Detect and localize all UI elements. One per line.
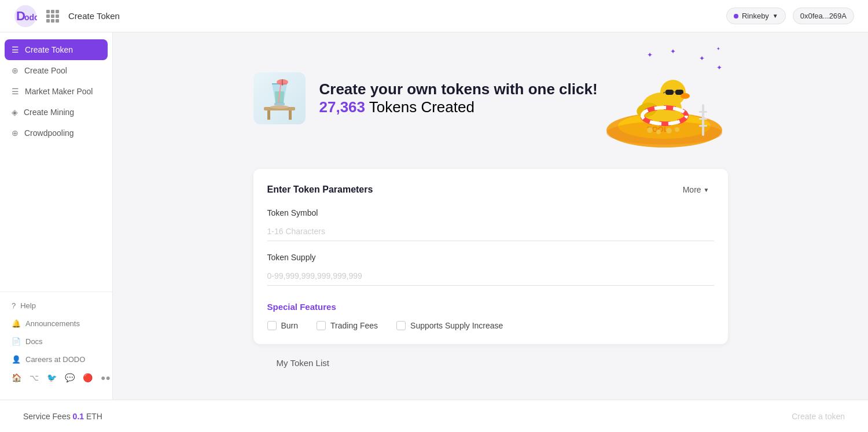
- trading-fees-label: Trading Fees: [330, 321, 378, 330]
- main-inner: Create your own tokens with one click! 2…: [230, 32, 751, 382]
- sidebar-item-create-mining[interactable]: ◈ Create Mining: [0, 102, 112, 123]
- reddit-icon[interactable]: 🔴: [83, 373, 93, 383]
- special-features-title: Special Features: [267, 302, 714, 312]
- burn-label: Burn: [281, 321, 299, 330]
- logo: D odo: [14, 5, 37, 28]
- header: D odo Create Token Rinkeby ▼ 0x0fea...26…: [0, 0, 868, 32]
- svg-rect-13: [274, 103, 285, 105]
- sidebar-item-careers[interactable]: 👤 Careers at DODO: [0, 350, 112, 368]
- create-pool-icon: ⊕: [12, 66, 19, 75]
- token-list-title: My Token List: [277, 358, 329, 368]
- svg-rect-22: [699, 125, 707, 127]
- supply-increase-checkbox-item: Supports Supply Increase: [396, 321, 503, 330]
- header-left: D odo Create Token: [14, 5, 120, 28]
- create-mining-icon: ◈: [12, 108, 18, 117]
- svg-point-35: [666, 128, 672, 134]
- sparkle-5: ✦: [716, 46, 720, 51]
- svg-rect-4: [267, 110, 270, 120]
- pool-illustration: ✦ ✦ ✦ ✦ ✦ POOL: [601, 46, 728, 150]
- svg-point-14: [270, 105, 289, 109]
- discord-icon[interactable]: 💬: [65, 373, 75, 383]
- svg-text:odo: odo: [24, 13, 37, 22]
- pool-svg: POOL: [601, 46, 728, 150]
- header-title: Create Token: [68, 11, 120, 21]
- hero-text: Create your own tokens with one click! 2…: [319, 80, 598, 116]
- hero-section: Create your own tokens with one click! 2…: [253, 46, 728, 150]
- more-button[interactable]: More ▼: [678, 183, 714, 197]
- token-supply-input[interactable]: [267, 267, 714, 286]
- more-button-label: More: [683, 185, 701, 194]
- sidebar-item-market-maker-pool[interactable]: ☰ Market Maker Pool: [0, 81, 112, 102]
- checkbox-row: Burn Trading Fees Supports Supply Increa…: [267, 321, 714, 330]
- github-icon[interactable]: ⌥: [30, 373, 39, 383]
- special-features-section: Special Features Burn Trading Fees Su: [267, 302, 714, 330]
- sidebar-item-announcements[interactable]: 🔔 Announcements: [0, 315, 112, 333]
- twitter-icon[interactable]: 🐦: [47, 373, 57, 383]
- sparkle-3: ✦: [699, 54, 705, 62]
- tokens-created-label: Tokens Created: [369, 98, 475, 116]
- sidebar-item-crowdpooling[interactable]: ⊕ Crowdpooling: [0, 123, 112, 143]
- svg-rect-19: [702, 104, 704, 136]
- docs-icon: 📄: [12, 337, 21, 346]
- sidebar-spacer: [0, 143, 112, 287]
- network-label: Rinkeby: [742, 12, 769, 20]
- token-count-display: 27,363 Tokens Created: [319, 98, 598, 116]
- trading-fees-checkbox[interactable]: [317, 321, 326, 330]
- hero-left: Create your own tokens with one click! 2…: [253, 72, 598, 124]
- person-icon: 👤: [12, 355, 21, 364]
- trading-fees-checkbox-item: Trading Fees: [317, 321, 378, 330]
- bell-icon: 🔔: [12, 319, 21, 328]
- service-fees-label: Service Fees: [23, 412, 71, 421]
- footer-bar: Service Fees 0.1 ETH Create a token: [0, 400, 868, 432]
- social-links: 🏠 ⌥ 🐦 💬 🔴 ●●: [0, 368, 112, 388]
- supply-increase-label: Supports Supply Increase: [410, 321, 503, 330]
- svg-rect-5: [289, 110, 292, 120]
- svg-rect-21: [699, 118, 707, 120]
- network-selector[interactable]: Rinkeby ▼: [726, 8, 786, 24]
- wallet-address[interactable]: 0x0fea...269A: [793, 8, 854, 24]
- supply-increase-checkbox[interactable]: [396, 321, 406, 330]
- main-content: Create your own tokens with one click! 2…: [113, 32, 868, 400]
- create-token-icon: ☰: [12, 45, 19, 54]
- create-token-button[interactable]: Create a token: [792, 412, 845, 421]
- burn-checkbox-item: Burn: [267, 321, 299, 330]
- token-supply-field-wrapper: [267, 267, 714, 297]
- help-icon: ?: [12, 301, 16, 310]
- market-maker-icon: ☰: [12, 87, 19, 96]
- service-fees: Service Fees 0.1 ETH: [23, 412, 102, 421]
- token-supply-label: Token Supply: [267, 253, 714, 262]
- burn-checkbox[interactable]: [267, 321, 277, 330]
- token-symbol-input[interactable]: [267, 222, 714, 241]
- chevron-down-icon: ▼: [773, 13, 778, 19]
- crowdpooling-icon: ⊕: [12, 128, 19, 138]
- fee-currency: ETH: [86, 412, 102, 421]
- svg-point-34: [656, 130, 661, 134]
- sidebar-item-help[interactable]: ? Help: [0, 297, 112, 315]
- layout: ☰ Create Token ⊕ Create Pool ☰ Market Ma…: [0, 32, 868, 400]
- token-symbol-label: Token Symbol: [267, 208, 714, 217]
- svg-point-36: [675, 127, 679, 132]
- form-title: Enter Token Parameters: [267, 184, 373, 195]
- svg-point-33: [647, 127, 653, 133]
- sparkle-2: ✦: [670, 47, 676, 56]
- token-count-number: 27,363: [319, 98, 366, 116]
- svg-rect-20: [699, 111, 707, 113]
- svg-rect-25: [665, 90, 674, 95]
- fee-amount: 0.1: [73, 412, 84, 421]
- chevron-down-icon: ▼: [704, 187, 709, 193]
- token-form: Enter Token Parameters More ▼ Token Symb…: [253, 169, 728, 344]
- token-symbol-field-wrapper: [267, 222, 714, 253]
- hero-mascot: [253, 72, 306, 124]
- home-icon[interactable]: 🏠: [12, 373, 21, 383]
- more-social-icon[interactable]: ●●: [101, 373, 111, 383]
- grid-menu-icon[interactable]: [46, 10, 59, 23]
- hero-headline: Create your own tokens with one click!: [319, 80, 598, 98]
- sidebar-item-create-pool[interactable]: ⊕ Create Pool: [0, 60, 112, 81]
- header-right: Rinkeby ▼ 0x0fea...269A: [726, 8, 854, 24]
- svg-point-29: [681, 93, 690, 99]
- eth-icon: [734, 14, 738, 19]
- dodo-logo-icon: D odo: [14, 5, 37, 28]
- sidebar: ☰ Create Token ⊕ Create Pool ☰ Market Ma…: [0, 32, 113, 400]
- sidebar-item-create-token[interactable]: ☰ Create Token: [5, 39, 108, 60]
- sidebar-item-docs[interactable]: 📄 Docs: [0, 333, 112, 350]
